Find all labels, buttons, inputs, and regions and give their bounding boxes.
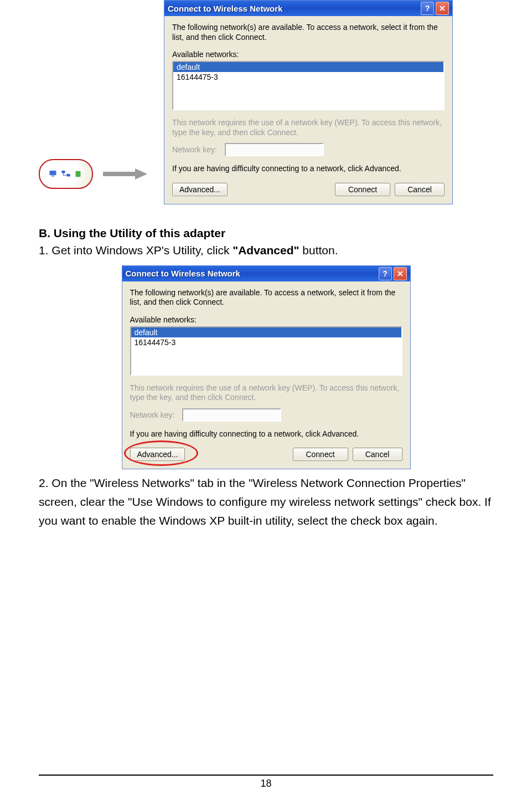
page-footer: 18: [39, 775, 493, 789]
dialog-title: Connect to Wireless Network: [126, 269, 377, 278]
page-number: 18: [260, 778, 271, 789]
cancel-button[interactable]: Cancel: [353, 448, 402, 461]
step-2-bold-2: "Wireless Network Connection Properties": [249, 476, 466, 489]
advanced-button[interactable]: Advanced...: [130, 448, 185, 461]
network-key-input[interactable]: [225, 143, 324, 156]
available-networks-label: Available networks:: [130, 315, 402, 324]
wep-note: This network requires the use of a netwo…: [172, 118, 445, 137]
network-key-input[interactable]: [182, 408, 281, 422]
network-item-selected[interactable]: default: [131, 327, 401, 337]
network-icon: [61, 169, 71, 179]
step-2-bold-1: "Wireless Networks": [90, 476, 194, 489]
help-icon[interactable]: ?: [421, 2, 434, 15]
difficulty-text: If you are having difficulty connecting …: [130, 429, 402, 439]
step-2-pre: 2. On the: [39, 476, 90, 489]
connect-dialog-1: Connect to Wireless Network ? ✕ The foll…: [164, 0, 453, 204]
device-icon: [73, 169, 83, 179]
connect-button[interactable]: Connect: [293, 448, 348, 461]
cancel-button[interactable]: Cancel: [395, 183, 445, 196]
connect-button[interactable]: Connect: [335, 183, 390, 196]
network-key-label: Network key:: [130, 411, 175, 419]
svg-rect-5: [103, 172, 135, 176]
svg-rect-3: [67, 174, 70, 177]
networks-listbox[interactable]: default 16144475-3: [172, 61, 445, 110]
help-icon[interactable]: ?: [379, 267, 392, 280]
tray-icon-circle: [39, 159, 93, 189]
svg-rect-1: [51, 176, 54, 177]
step-2-text: 2. On the "Wireless Networks" tab in the…: [39, 474, 493, 530]
connect-dialog-2: Connect to Wireless Network ? ✕ The foll…: [122, 265, 411, 470]
titlebar[interactable]: Connect to Wireless Network ? ✕: [164, 1, 452, 16]
dialog-title: Connect to Wireless Network: [168, 4, 419, 13]
svg-rect-4: [76, 171, 81, 177]
tray-and-arrow-group: [39, 159, 147, 204]
section-b-heading: B. Using the Utility of this adapter: [39, 227, 493, 240]
network-item[interactable]: 16144475-3: [131, 337, 401, 347]
step-1-pre: 1. Get into Windows XP's Utility, click: [39, 244, 233, 257]
svg-rect-0: [50, 171, 56, 175]
monitor-icon: [49, 169, 59, 179]
close-icon[interactable]: ✕: [394, 267, 407, 280]
network-item-selected[interactable]: default: [173, 62, 443, 72]
step-1-text: 1. Get into Windows XP's Utility, click …: [39, 242, 493, 259]
step-1-bold: "Advanced": [233, 244, 299, 257]
titlebar[interactable]: Connect to Wireless Network ? ✕: [122, 266, 410, 281]
networks-listbox[interactable]: default 16144475-3: [130, 326, 402, 376]
step-1-post: button.: [299, 244, 338, 257]
difficulty-text: If you are having difficulty connecting …: [172, 164, 445, 174]
svg-rect-2: [62, 171, 65, 173]
network-item[interactable]: 16144475-3: [173, 72, 443, 82]
network-key-label: Network key:: [172, 145, 217, 154]
step-2-mid1: tab in the: [194, 476, 249, 489]
arrow-right-icon: [103, 168, 147, 180]
close-icon[interactable]: ✕: [436, 2, 449, 15]
advanced-button[interactable]: Advanced...: [172, 183, 228, 196]
dialog-intro-text: The following network(s) are available. …: [130, 288, 402, 307]
step-2-rest: screen, clear the "Use Windows to config…: [39, 495, 491, 527]
dialog-intro-text: The following network(s) are available. …: [172, 23, 445, 42]
svg-marker-6: [135, 168, 147, 180]
wep-note: This network requires the use of a netwo…: [130, 383, 402, 403]
available-networks-label: Available networks:: [172, 50, 445, 59]
